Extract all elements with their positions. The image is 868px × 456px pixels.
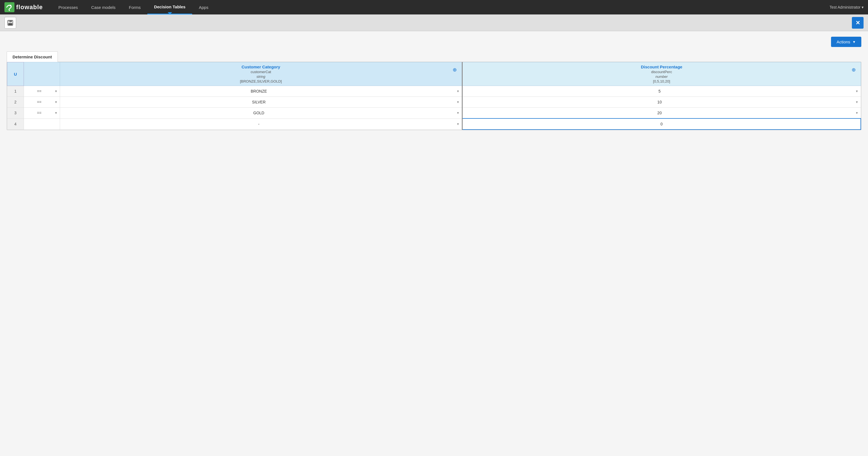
save-icon	[7, 20, 13, 26]
hit-policy-label: U	[14, 72, 17, 77]
decision-table-wrapper: Determine Discount U Custom	[7, 52, 861, 130]
row-3-output-inner: 20 ▼	[463, 108, 861, 118]
input-column-type: string	[63, 74, 459, 79]
row-3-input-inner: GOLD ▼	[60, 108, 462, 118]
svg-rect-5	[9, 21, 10, 22]
row-3-operator-cell[interactable]: == ▼	[24, 108, 60, 119]
row-1-input-inner: BRONZE ▼	[60, 86, 462, 96]
row-number-2: 2	[7, 97, 24, 108]
operator-header-cell	[24, 62, 60, 86]
input-column-values: [BRONZE,SILVER,GOLD]	[63, 79, 459, 84]
table-row: 2 == ▼ SILVER ▼	[7, 97, 861, 108]
actions-button[interactable]: Actions ▼	[831, 37, 861, 47]
save-button[interactable]	[4, 17, 16, 29]
row-1-output-cell[interactable]: 5 ▼	[462, 86, 861, 97]
logo-text: flowable	[16, 4, 43, 11]
row-2-output-value: 10	[465, 100, 855, 104]
output-column-values: [0,5,10,20]	[465, 79, 858, 84]
decision-table-name: Determine Discount	[12, 55, 52, 59]
row-1-output-inner: 5 ▼	[463, 86, 861, 96]
output-column-title-link[interactable]: Discount Percentage	[641, 64, 682, 69]
add-output-column-button[interactable]: ⊕	[851, 67, 856, 73]
row-1-operator-value: ==	[26, 89, 53, 93]
row-1-output-dropdown[interactable]: ▼	[856, 90, 859, 93]
input-column-header: Customer Category customerCat string [BR…	[60, 62, 462, 86]
svg-point-1	[10, 5, 11, 6]
nav-processes[interactable]: Processes	[52, 0, 85, 14]
close-button[interactable]: ✕	[852, 17, 864, 29]
decision-table: U Customer Category customerCat string […	[7, 62, 861, 130]
input-column-header-wrapper: Customer Category customerCat string [BR…	[63, 64, 459, 84]
row-number-4: 4	[7, 118, 24, 129]
table-row: 3 == ▼ GOLD ▼	[7, 108, 861, 119]
decision-table-tab[interactable]: Determine Discount	[7, 52, 58, 62]
add-input-column-button[interactable]: ⊕	[453, 67, 457, 73]
output-column-type: number	[465, 74, 858, 79]
nav-case-models[interactable]: Case models	[85, 0, 122, 14]
actions-row: Actions ▼	[7, 37, 861, 47]
row-2-output-inner: 10 ▼	[463, 97, 861, 107]
row-3-input-value: GOLD	[62, 111, 456, 115]
row-2-input-value: SILVER	[62, 100, 456, 104]
close-icon: ✕	[856, 20, 860, 26]
navbar: flowable Processes Case models Forms Dec…	[0, 0, 868, 14]
row-3-output-cell[interactable]: 20 ▼	[462, 108, 861, 119]
nav-menu: Processes Case models Forms Decision Tab…	[52, 0, 830, 14]
svg-rect-4	[8, 23, 12, 25]
table-body: 1 == ▼ BRONZE ▼	[7, 86, 861, 130]
input-column-variable: customerCat	[63, 70, 459, 74]
row-2-operator-cell[interactable]: == ▼	[24, 97, 60, 108]
row-2-operator-inner: == ▼	[24, 97, 60, 107]
row-1-operator-cell[interactable]: == ▼	[24, 86, 60, 97]
user-name: Test Administrator	[830, 5, 861, 9]
output-column-variable: discountPerc	[465, 70, 858, 74]
flowable-logo-icon	[4, 2, 14, 12]
input-column-title-link[interactable]: Customer Category	[242, 64, 280, 69]
row-2-input-inner: SILVER ▼	[60, 97, 462, 107]
nav-apps[interactable]: Apps	[192, 0, 215, 14]
row-4-output-inner: 0	[463, 119, 861, 129]
row-4-operator-cell[interactable]	[24, 118, 60, 129]
row-4-input-value: -	[62, 122, 456, 126]
row-number-3: 3	[7, 108, 24, 119]
row-4-input-cell[interactable]: - ▼	[60, 118, 462, 129]
row-4-output-value: 0	[465, 122, 858, 126]
row-3-input-dropdown[interactable]: ▼	[457, 111, 460, 115]
row-3-output-value: 20	[465, 111, 855, 115]
table-header-row: U Customer Category customerCat string […	[7, 62, 861, 86]
actions-caret-icon: ▼	[852, 40, 856, 44]
nav-forms[interactable]: Forms	[122, 0, 148, 14]
row-3-operator-dropdown[interactable]: ▼	[55, 111, 58, 115]
user-menu[interactable]: Test Administrator ▾	[830, 5, 864, 9]
row-2-input-cell[interactable]: SILVER ▼	[60, 97, 462, 108]
row-number-1: 1	[7, 86, 24, 97]
output-column-header-wrapper: Discount Percentage discountPerc number …	[465, 64, 858, 84]
row-3-operator-value: ==	[26, 111, 53, 115]
row-1-operator-dropdown[interactable]: ▼	[55, 90, 58, 93]
hit-policy-cell[interactable]: U	[7, 62, 24, 86]
actions-label: Actions	[837, 39, 850, 44]
table-row: 4 - ▼	[7, 118, 861, 129]
row-1-output-value: 5	[465, 89, 855, 93]
toolbar: ✕	[0, 14, 868, 31]
row-4-input-dropdown[interactable]: ▼	[457, 122, 460, 126]
nav-decision-tables[interactable]: Decision Tables	[147, 0, 192, 14]
row-3-operator-inner: == ▼	[24, 108, 60, 118]
user-dropdown-icon: ▾	[862, 5, 864, 9]
row-4-output-cell[interactable]: 0	[462, 118, 861, 129]
table-row: 1 == ▼ BRONZE ▼	[7, 86, 861, 97]
row-1-operator-inner: == ▼	[24, 86, 60, 96]
output-column-header: Discount Percentage discountPerc number …	[462, 62, 861, 86]
row-3-output-dropdown[interactable]: ▼	[856, 111, 859, 115]
row-3-input-cell[interactable]: GOLD ▼	[60, 108, 462, 119]
row-2-output-cell[interactable]: 10 ▼	[462, 97, 861, 108]
row-4-input-inner: - ▼	[60, 119, 462, 129]
row-2-input-dropdown[interactable]: ▼	[457, 100, 460, 104]
logo[interactable]: flowable	[4, 2, 43, 12]
row-2-operator-dropdown[interactable]: ▼	[55, 100, 58, 104]
row-2-operator-value: ==	[26, 100, 53, 104]
row-1-input-value: BRONZE	[62, 89, 456, 93]
row-2-output-dropdown[interactable]: ▼	[856, 100, 859, 104]
row-1-input-cell[interactable]: BRONZE ▼	[60, 86, 462, 97]
row-1-input-dropdown[interactable]: ▼	[457, 90, 460, 93]
